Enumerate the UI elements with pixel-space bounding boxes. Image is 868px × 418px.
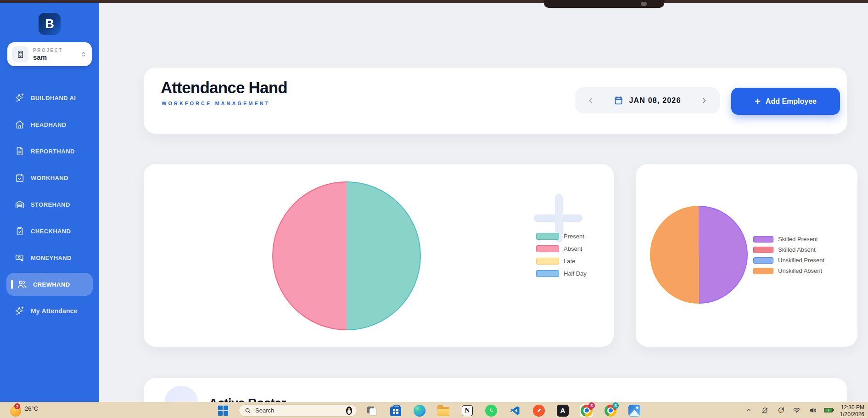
sidebar: B PROJECT sam <box>0 3 99 402</box>
header-card: Attendance Hand WORKFORCE MANAGEMENT JAN… <box>144 68 847 134</box>
sidebar-item-label: CHECKHAND <box>31 228 71 235</box>
legend-swatch <box>536 233 559 240</box>
legend-item-half-day[interactable]: Half Day <box>536 267 587 280</box>
logo-letter: B <box>45 17 54 31</box>
search-daily-image-penguin <box>346 407 352 415</box>
sidebar-item-reporthand[interactable]: REPORTHAND <box>0 138 99 164</box>
taskbar-clock[interactable]: 12:30 PM 1/20/2026 <box>840 404 864 418</box>
legend-swatch <box>753 247 773 253</box>
clipboard-check-icon <box>15 226 25 236</box>
calendar-icon <box>614 96 623 105</box>
legend-item-skilled-absent[interactable]: Skilled Absent <box>753 244 824 255</box>
page-title: Attendance Hand <box>161 79 287 97</box>
legend-swatch <box>753 236 773 243</box>
sidebar-item-checkhand[interactable]: CHECKHAND <box>0 218 99 244</box>
app-logo: B <box>39 13 61 35</box>
skill-chart-card: Skilled Present Skilled Absent Unskilled… <box>636 164 857 347</box>
project-name: sam <box>33 53 80 61</box>
legend-swatch <box>536 258 559 265</box>
users-icon <box>17 279 27 289</box>
legend-item-late[interactable]: Late <box>536 255 587 267</box>
sidebar-item-label: My Attendance <box>31 307 78 315</box>
skill-pie-chart <box>650 206 748 304</box>
whatsapp-icon[interactable] <box>485 404 498 417</box>
home-icon <box>15 119 25 130</box>
chrome-profile-2-icon[interactable]: S <box>604 404 617 417</box>
pen-app-icon[interactable] <box>532 404 545 417</box>
attendance-chart-card: Present Absent Late Half Day <box>144 164 614 347</box>
battery-icon[interactable] <box>824 405 834 416</box>
legend-label: Unskilled Present <box>778 257 824 264</box>
calendar-check-icon <box>15 173 25 183</box>
building-icon <box>12 46 28 62</box>
search-placeholder: Search <box>255 407 346 414</box>
photos-icon[interactable] <box>628 404 641 417</box>
task-view-icon[interactable] <box>365 404 378 417</box>
vscode-icon[interactable] <box>509 404 521 417</box>
sidebar-item-label: STOREHAND <box>31 201 70 208</box>
legend-item-skilled-present[interactable]: Skilled Present <box>753 234 824 244</box>
legend-label: Skilled Present <box>778 236 818 243</box>
mouse-off-icon[interactable] <box>760 405 770 416</box>
window-control-dot[interactable] <box>641 2 647 6</box>
a-app-icon[interactable]: A <box>556 404 569 417</box>
sidebar-item-label: MONEYHAND <box>31 254 72 261</box>
sync-icon[interactable] <box>776 405 786 416</box>
edge-browser-icon[interactable] <box>413 404 426 417</box>
sidebar-item-buildhand-ai[interactable]: BUILDHAND AI <box>0 85 99 111</box>
chevrons-up-down-icon <box>80 51 87 58</box>
legend-label: Half Day <box>564 270 587 277</box>
wifi-icon[interactable] <box>792 405 802 416</box>
sidebar-menu: BUILDHAND AI HEADHAND REPORTHAND <box>0 85 99 324</box>
skill-pie-fill <box>651 207 747 303</box>
date-picker: JAN 08, 2026 <box>575 87 720 113</box>
sidebar-item-moneyhand[interactable]: MONEYHAND <box>0 244 99 271</box>
sun-icon: 7 <box>10 406 21 417</box>
legend-item-present[interactable]: Present <box>536 230 587 243</box>
legend-item-unskilled-absent[interactable]: Unskilled Absent <box>753 265 824 276</box>
file-text-icon <box>15 146 25 156</box>
microsoft-store-icon[interactable] <box>389 404 402 417</box>
profile-badge: S <box>588 402 595 409</box>
attendance-pie-chart <box>272 181 421 330</box>
legend-swatch <box>753 257 773 264</box>
sidebar-item-label: REPORTHAND <box>31 148 75 155</box>
notion-icon[interactable]: N <box>461 404 474 417</box>
page-subtitle: WORKFORCE MANAGEMENT <box>162 101 270 106</box>
file-explorer-icon[interactable] <box>437 404 450 417</box>
sidebar-item-my-attendance[interactable]: My Attendance <box>0 298 99 324</box>
clock-time: 12:30 PM <box>840 404 864 411</box>
weather-widget[interactable]: 7 26°C <box>10 404 38 417</box>
project-label: PROJECT <box>33 48 80 53</box>
legend-item-unskilled-present[interactable]: Unskilled Present <box>753 255 824 265</box>
sidebar-item-label: WORKHAND <box>31 175 68 181</box>
legend-label: Absent <box>564 245 582 252</box>
warehouse-icon <box>15 199 25 209</box>
project-text: PROJECT sam <box>33 48 80 61</box>
sidebar-item-crewhand[interactable]: CREWHAND <box>6 273 93 296</box>
project-selector[interactable]: PROJECT sam <box>7 42 92 66</box>
sidebar-item-workhand[interactable]: WORKHAND <box>0 164 99 191</box>
temperature-label: 26°C <box>25 405 38 412</box>
date-display[interactable]: JAN 08, 2026 <box>614 96 681 105</box>
legend-label: Present <box>564 233 584 240</box>
profile-badge: S <box>612 402 619 409</box>
chevron-left-icon[interactable] <box>584 94 597 107</box>
chevron-up-icon[interactable] <box>744 405 754 416</box>
screen: B PROJECT sam <box>0 0 868 418</box>
sidebar-item-label: HEADHAND <box>31 121 67 128</box>
sidebar-item-label: CREWHAND <box>33 281 70 288</box>
legend-swatch <box>536 270 559 277</box>
chevron-right-icon[interactable] <box>698 94 711 107</box>
volume-icon[interactable] <box>808 405 818 416</box>
legend-label: Late <box>564 258 575 265</box>
search-box[interactable]: Search <box>239 404 357 417</box>
clock-date: 1/20/2026 <box>840 411 864 418</box>
sidebar-item-headhand[interactable]: HEADHAND <box>0 111 99 138</box>
chrome-profile-1-icon[interactable]: S <box>580 404 593 417</box>
legend-item-absent[interactable]: Absent <box>536 243 587 255</box>
sidebar-item-storehand[interactable]: STOREHAND <box>0 191 99 218</box>
legend-label: Skilled Absent <box>778 246 816 253</box>
add-employee-button[interactable]: + Add Employee <box>731 88 840 115</box>
start-button[interactable] <box>218 406 228 416</box>
